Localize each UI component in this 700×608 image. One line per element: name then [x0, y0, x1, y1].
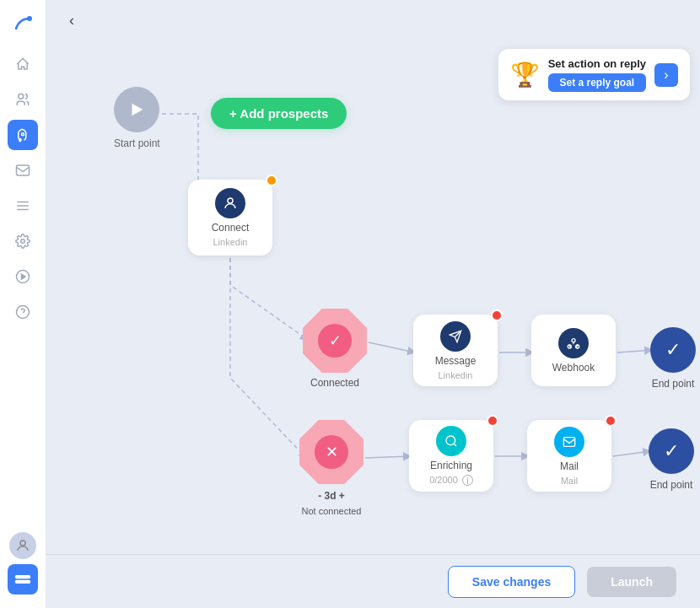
svg-marker-9: [22, 274, 26, 279]
endpoint-top-label: End point: [652, 378, 695, 390]
reply-card-content: Set action on reply Set a reply goal: [548, 57, 646, 92]
enriching-red-dot: [487, 415, 498, 427]
endpoint-top-node[interactable]: ✓ End point: [650, 327, 696, 390]
start-icon: [114, 87, 159, 132]
svg-point-7: [21, 239, 25, 244]
message-sublabel: Linkedin: [439, 370, 473, 380]
not-connected-delay: - 3d +: [318, 490, 345, 502]
svg-point-0: [27, 16, 32, 21]
reply-card-title: Set action on reply: [548, 57, 646, 70]
mail-label: Mail: [560, 460, 579, 472]
reply-card-arrow-btn[interactable]: ›: [654, 63, 678, 87]
not-connected-octagon: ✕: [299, 420, 363, 484]
sidebar-logo[interactable]: [9, 10, 36, 37]
flow-canvas: 🏆 Set action on reply Set a reply goal ›…: [46, 40, 700, 554]
svg-marker-16: [132, 104, 143, 116]
mail-red-dot: [605, 415, 617, 427]
endpoint-bot-circle: ✓: [649, 428, 694, 474]
webhook-node[interactable]: Webhook: [531, 315, 616, 386]
svg-rect-3: [17, 165, 30, 175]
message-red-dot: [491, 309, 503, 321]
message-icon: [440, 321, 471, 352]
save-changes-button[interactable]: Save changes: [448, 566, 575, 598]
webhook-icon: [558, 328, 589, 358]
mail-node[interactable]: Mail Mail: [527, 420, 611, 492]
back-button[interactable]: ‹: [60, 8, 83, 32]
sidebar-item-play[interactable]: [8, 261, 38, 292]
not-connected-label: Not connected: [302, 506, 362, 516]
connect-node[interactable]: Connect Linkedin: [188, 180, 272, 256]
connect-box: Connect Linkedin: [188, 180, 272, 256]
sidebar: [0, 0, 46, 608]
connected-label: Connected: [310, 377, 359, 389]
enriching-node[interactable]: Enriching 0/2000 i: [409, 420, 493, 492]
sidebar-item-home[interactable]: [8, 49, 38, 79]
sidebar-item-sandwich[interactable]: [8, 564, 38, 595]
sidebar-item-help[interactable]: [8, 297, 38, 327]
svg-rect-14: [16, 581, 30, 584]
sidebar-item-rocket[interactable]: [8, 120, 38, 150]
start-label: Start point: [114, 137, 160, 149]
enriching-icon: [436, 426, 466, 456]
enriching-info-icon: i: [462, 475, 473, 486]
svg-point-23: [446, 436, 455, 445]
svg-point-17: [228, 198, 233, 203]
reply-card: 🏆 Set action on reply Set a reply goal ›: [498, 49, 690, 100]
not-connected-x-icon: ✕: [315, 435, 348, 469]
mail-sublabel: Mail: [561, 476, 578, 486]
connected-octagon: ✓: [303, 309, 367, 373]
enriching-label: Enriching: [430, 460, 472, 471]
svg-rect-13: [16, 576, 30, 578]
svg-line-24: [454, 444, 456, 446]
not-connected-node[interactable]: ✕ - 3d + Not connected: [299, 420, 363, 516]
endpoint-top-circle: ✓: [650, 327, 696, 373]
bottom-bar: Save changes Launch: [46, 554, 700, 608]
topbar: ‹: [46, 0, 700, 40]
start-node[interactable]: Start point: [114, 87, 160, 149]
mail-icon: [554, 427, 584, 457]
svg-point-12: [20, 541, 25, 546]
user-avatar[interactable]: [9, 532, 36, 559]
linkedin-connect-icon: [215, 188, 245, 218]
connect-sublabel: Linkedin: [213, 237, 248, 247]
svg-point-20: [572, 338, 575, 342]
message-box: Message Linkedin: [413, 315, 498, 386]
main-area: ‹: [46, 0, 700, 608]
sidebar-item-settings[interactable]: [8, 226, 38, 256]
enriching-box: Enriching 0/2000 i: [409, 420, 493, 492]
orange-dot: [266, 175, 277, 186]
sidebar-item-users[interactable]: [8, 84, 38, 115]
endpoint-bot-node[interactable]: ✓ End point: [649, 428, 694, 491]
svg-rect-25: [563, 437, 574, 446]
endpoint-bot-label: End point: [650, 479, 693, 491]
svg-point-2: [22, 133, 24, 136]
trophy-icon: 🏆: [510, 61, 540, 89]
message-label: Message: [435, 355, 477, 367]
sidebar-item-mail[interactable]: [8, 155, 38, 186]
webhook-box: Webhook: [531, 315, 616, 386]
connect-label: Connect: [212, 222, 250, 234]
message-node[interactable]: Message Linkedin: [413, 315, 498, 386]
mail-box: Mail Mail: [527, 420, 611, 492]
enriching-sublabel: 0/2000 i: [429, 475, 473, 487]
svg-point-1: [19, 94, 24, 99]
sidebar-item-menu[interactable]: [8, 191, 38, 221]
add-prospects-button[interactable]: + Add prospects: [211, 98, 347, 129]
set-reply-goal-button[interactable]: Set a reply goal: [548, 73, 646, 92]
webhook-label: Webhook: [552, 362, 595, 374]
launch-button[interactable]: Launch: [587, 567, 676, 597]
connected-node[interactable]: ✓ Connected: [303, 309, 367, 389]
connected-check-icon: ✓: [318, 324, 352, 358]
